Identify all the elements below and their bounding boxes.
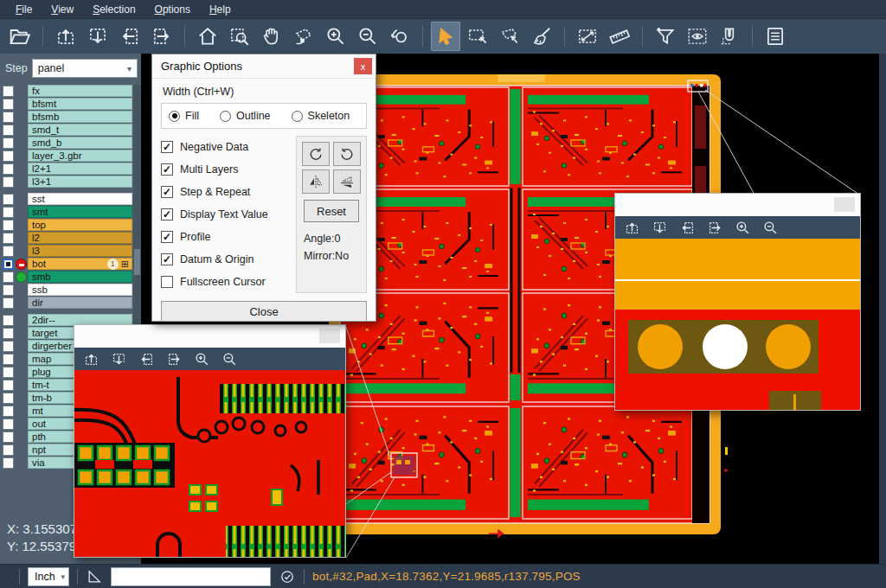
layer-label-sst[interactable]: sst <box>28 193 132 205</box>
layer-checkbox-map[interactable] <box>3 354 14 365</box>
layer-checkbox-l3[interactable] <box>3 246 14 257</box>
layer-label-ssb[interactable]: ssb <box>28 284 132 296</box>
menu-file[interactable]: File <box>7 2 41 17</box>
mag-zoom-out-button[interactable] <box>762 220 779 236</box>
minimize-button[interactable] <box>834 197 855 212</box>
layer-checkbox-l2[interactable] <box>3 233 14 244</box>
pan-right-button[interactable] <box>147 22 177 51</box>
mag-pan-down-button[interactable] <box>652 220 668 236</box>
layer-checkbox-bfsmb[interactable] <box>3 112 14 123</box>
checkbox-fullscreen-cursor[interactable]: Fullscreen Cursor <box>161 271 291 293</box>
layer-checkbox-2dir--[interactable] <box>3 315 14 326</box>
unit-select[interactable]: Inch ▾ <box>28 567 69 586</box>
layer-label-top[interactable]: top <box>28 219 132 231</box>
command-input[interactable] <box>111 567 271 586</box>
radio-outline[interactable]: Outline <box>220 110 271 122</box>
layer-checkbox-smd_b[interactable] <box>3 137 14 149</box>
mag-pan-right-button[interactable] <box>166 351 183 368</box>
layer-checkbox-mt[interactable] <box>3 406 14 417</box>
layer-checkbox-pth[interactable] <box>3 431 14 443</box>
radio-fill[interactable]: Fill <box>169 110 199 122</box>
layer-checkbox-layer_3.gbr[interactable] <box>3 150 14 162</box>
lasso-zoom-button[interactable] <box>289 22 318 51</box>
close-icon[interactable]: x <box>354 58 372 74</box>
layer-checkbox-plug[interactable] <box>3 367 14 378</box>
pan-hand-button[interactable] <box>257 22 286 51</box>
layer-checkbox-out[interactable] <box>3 419 14 430</box>
layer-checkbox-l3+1[interactable] <box>3 176 14 188</box>
checkbox-step-repeat[interactable]: ✓Step & Repeat <box>161 181 291 203</box>
mag-pan-up-button[interactable] <box>624 220 640 236</box>
snap-button[interactable] <box>715 22 744 51</box>
zoom-previous-button[interactable] <box>385 22 414 51</box>
menu-help[interactable]: Help <box>201 2 240 17</box>
menu-view[interactable]: View <box>42 2 82 17</box>
radio-skeleton[interactable]: Skeleton <box>292 110 350 122</box>
zoom-in-button[interactable] <box>321 22 350 51</box>
layer-label-l2[interactable]: l2 <box>28 232 132 244</box>
layer-label-layer_3.gbr[interactable]: layer_3.gbr <box>28 150 132 162</box>
menu-options[interactable]: Options <box>146 2 199 17</box>
zoom-out-button[interactable] <box>353 22 382 51</box>
select-rectangle-button[interactable] <box>463 22 492 51</box>
layer-label-smd_b[interactable]: smd_b <box>28 137 132 149</box>
zoom-home-button[interactable] <box>193 22 222 51</box>
mag-pan-up-button[interactable] <box>83 351 100 368</box>
step-select[interactable]: panel ▾ <box>32 59 138 78</box>
checkbox-datum-origin[interactable]: ✓Datum & Origin <box>161 248 291 271</box>
measure-ruler-button[interactable] <box>605 22 634 51</box>
layer-checkbox-l2+1[interactable] <box>3 163 14 175</box>
clean-tool-button[interactable] <box>527 22 556 51</box>
pan-left-button[interactable] <box>115 22 144 51</box>
mag-zoom-out-button[interactable] <box>222 351 238 368</box>
layer-checkbox-via[interactable] <box>3 457 14 469</box>
mag-pan-right-button[interactable] <box>707 220 723 236</box>
layer-label-bot[interactable]: bot1⊞ <box>28 258 132 270</box>
panel-list-button[interactable] <box>761 22 790 51</box>
flip-vertical-button[interactable] <box>333 169 361 194</box>
layer-label-l3+1[interactable]: l3+1 <box>28 176 132 188</box>
layer-label-bfsmb[interactable]: bfsmb <box>28 111 132 123</box>
magnifier-a-titlebar[interactable] <box>615 194 860 216</box>
sync-icon[interactable] <box>279 568 296 585</box>
layer-label-smb[interactable]: smb <box>28 271 132 283</box>
mag-pan-left-button[interactable] <box>679 220 696 236</box>
layer-checkbox-dirgerber[interactable] <box>3 341 14 352</box>
rotate-ccw-button[interactable] <box>333 142 361 166</box>
pan-up-button[interactable] <box>51 22 80 51</box>
magnifier-a-view[interactable] <box>615 239 860 410</box>
checkbox-display-text-value[interactable]: ✓Display Text Value <box>161 203 291 226</box>
layer-checkbox-smd_t[interactable] <box>3 125 14 136</box>
filter-button[interactable] <box>651 22 680 51</box>
layer-checkbox-tm-t[interactable] <box>3 380 14 391</box>
mag-zoom-in-button[interactable] <box>735 220 751 236</box>
layer-label-smt[interactable]: smt <box>28 206 132 218</box>
layer-checkbox-ssb[interactable] <box>3 284 14 296</box>
minimize-button[interactable] <box>319 329 340 343</box>
layer-checkbox-dir[interactable] <box>3 297 14 309</box>
layer-checkbox-bot[interactable] <box>3 259 14 270</box>
checkbox-profile[interactable]: ✓Profile <box>161 226 291 248</box>
layer-checkbox-sst[interactable] <box>3 194 14 205</box>
layer-checkbox-fx[interactable] <box>3 86 14 97</box>
close-button[interactable]: Close <box>161 301 367 322</box>
checkbox-negative-data[interactable]: ✓Negative Data <box>161 136 291 158</box>
layer-label-dir[interactable]: dir <box>28 297 132 309</box>
layer-checkbox-smt[interactable] <box>3 207 14 218</box>
layer-checkbox-top[interactable] <box>3 220 14 231</box>
open-file-button[interactable] <box>5 22 35 51</box>
layer-checkbox-target[interactable] <box>3 328 14 339</box>
layer-label-fx[interactable]: fx <box>28 85 132 97</box>
layer-label-l2+1[interactable]: l2+1 <box>28 163 132 175</box>
pan-down-button[interactable] <box>83 22 112 51</box>
magnifier-b-view[interactable] <box>74 370 345 557</box>
layer-label-l3[interactable]: l3 <box>28 245 132 257</box>
mag-pan-down-button[interactable] <box>111 351 127 368</box>
view-options-button[interactable] <box>683 22 712 51</box>
layer-checkbox-smb[interactable] <box>3 272 14 283</box>
reset-button[interactable]: Reset <box>304 200 359 222</box>
angle-measure-icon[interactable] <box>86 568 103 585</box>
rotate-cw-button[interactable] <box>302 142 330 166</box>
zoom-window-button[interactable] <box>225 22 254 51</box>
select-polygon-button[interactable] <box>495 22 524 51</box>
